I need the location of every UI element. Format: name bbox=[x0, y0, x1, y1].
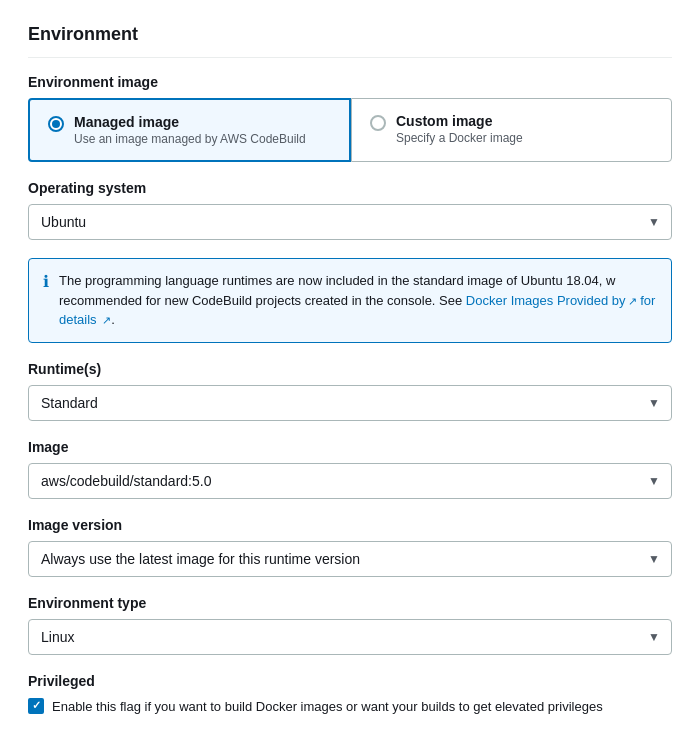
environment-type-wrapper: Linux Linux GPU ARM ▼ bbox=[28, 619, 672, 655]
image-wrapper: aws/codebuild/standard:5.0 ▼ bbox=[28, 463, 672, 499]
managed-image-text: Managed image Use an image managed by AW… bbox=[74, 114, 306, 146]
managed-image-title: Managed image bbox=[74, 114, 306, 130]
custom-image-radio[interactable] bbox=[370, 115, 386, 131]
environment-type-select[interactable]: Linux Linux GPU ARM bbox=[28, 619, 672, 655]
privileged-checkbox-row: Enable this flag if you want to build Do… bbox=[28, 697, 672, 717]
environment-image-group: Environment image Managed image Use an i… bbox=[28, 74, 672, 162]
details-external-icon: ↗ bbox=[102, 312, 111, 329]
docker-images-link[interactable]: Docker Images Provided by↗ bbox=[466, 293, 637, 308]
operating-system-wrapper: Amazon Linux 2 Ubuntu Windows Server Cor… bbox=[28, 204, 672, 240]
custom-image-desc: Specify a Docker image bbox=[396, 131, 523, 145]
environment-section: Environment Environment image Managed im… bbox=[0, 0, 700, 747]
managed-image-radio[interactable] bbox=[48, 116, 64, 132]
operating-system-group: Operating system Amazon Linux 2 Ubuntu W… bbox=[28, 180, 672, 240]
privileged-label: Privileged bbox=[28, 673, 672, 689]
environment-type-group: Environment type Linux Linux GPU ARM ▼ bbox=[28, 595, 672, 655]
runtimes-select[interactable]: Standard bbox=[28, 385, 672, 421]
image-group: Image aws/codebuild/standard:5.0 ▼ bbox=[28, 439, 672, 499]
image-version-select[interactable]: Always use the latest image for this run… bbox=[28, 541, 672, 577]
image-options-row: Managed image Use an image managed by AW… bbox=[28, 98, 672, 162]
info-text: The programming language runtimes are no… bbox=[59, 271, 657, 330]
privileged-checkbox[interactable] bbox=[28, 698, 44, 714]
environment-type-label: Environment type bbox=[28, 595, 672, 611]
info-icon: ℹ bbox=[43, 272, 49, 291]
runtimes-group: Runtime(s) Standard ▼ bbox=[28, 361, 672, 421]
custom-image-option[interactable]: Custom image Specify a Docker image bbox=[351, 98, 672, 162]
runtimes-label: Runtime(s) bbox=[28, 361, 672, 377]
operating-system-select[interactable]: Amazon Linux 2 Ubuntu Windows Server Cor… bbox=[28, 204, 672, 240]
image-select[interactable]: aws/codebuild/standard:5.0 bbox=[28, 463, 672, 499]
environment-image-label: Environment image bbox=[28, 74, 672, 90]
image-version-group: Image version Always use the latest imag… bbox=[28, 517, 672, 577]
managed-image-option[interactable]: Managed image Use an image managed by AW… bbox=[28, 98, 351, 162]
operating-system-label: Operating system bbox=[28, 180, 672, 196]
external-link-icon: ↗ bbox=[628, 293, 637, 310]
section-title: Environment bbox=[28, 24, 672, 58]
runtimes-wrapper: Standard ▼ bbox=[28, 385, 672, 421]
custom-image-text: Custom image Specify a Docker image bbox=[396, 113, 523, 145]
image-version-wrapper: Always use the latest image for this run… bbox=[28, 541, 672, 577]
image-version-label: Image version bbox=[28, 517, 672, 533]
privileged-group: Privileged Enable this flag if you want … bbox=[28, 673, 672, 717]
privileged-checkbox-label: Enable this flag if you want to build Do… bbox=[52, 697, 603, 717]
info-box: ℹ The programming language runtimes are … bbox=[28, 258, 672, 343]
managed-image-desc: Use an image managed by AWS CodeBuild bbox=[74, 132, 306, 146]
image-label: Image bbox=[28, 439, 672, 455]
custom-image-title: Custom image bbox=[396, 113, 523, 129]
